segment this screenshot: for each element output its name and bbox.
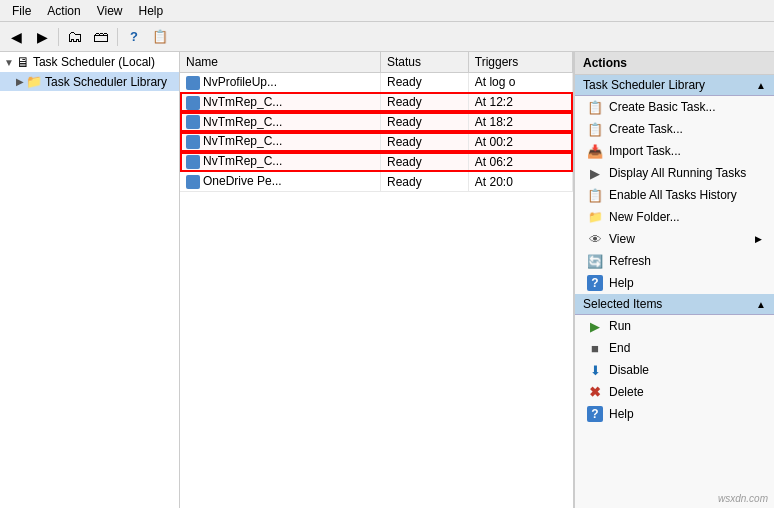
action-section-title-0[interactable]: Task Scheduler Library▲ — [575, 75, 774, 96]
tree-library-label: Task Scheduler Library — [45, 75, 167, 89]
task-name-cell: NvTmRep_C... — [180, 112, 380, 132]
forward-button[interactable]: ▶ — [30, 26, 54, 48]
submenu-arrow-6-0: ▶ — [755, 234, 762, 244]
section-arrow-1: ▲ — [756, 299, 766, 310]
table-row[interactable]: NvTmRep_C...ReadyAt 18:2 — [180, 112, 573, 132]
delete-icon: ✖ — [587, 384, 603, 400]
library-icon: 📁 — [26, 74, 42, 89]
properties-button[interactable]: 🗃 — [89, 26, 113, 48]
action-item-import-task-icon[interactable]: 📥Import Task... — [575, 140, 774, 162]
action-item-new-folder-icon[interactable]: 📁New Folder... — [575, 206, 774, 228]
menu-bar: File Action View Help — [0, 0, 774, 22]
action-label-5-0: New Folder... — [609, 210, 680, 224]
tree-root[interactable]: ▼ 🖥 Task Scheduler (Local) — [0, 52, 179, 72]
task-triggers-cell: At 18:2 — [468, 112, 572, 132]
back-button[interactable]: ◀ — [4, 26, 28, 48]
action-section-title-1[interactable]: Selected Items▲ — [575, 294, 774, 315]
action-item-view-icon[interactable]: 👁View▶ — [575, 228, 774, 250]
tree-library[interactable]: ▶ 📁 Task Scheduler Library — [0, 72, 179, 91]
action-item-help-icon[interactable]: ?Help — [575, 272, 774, 294]
action-label-1-1: End — [609, 341, 630, 355]
disable-icon: ⬇ — [587, 362, 603, 378]
refresh-icon: 🔄 — [587, 253, 603, 269]
action-label-0-1: Run — [609, 319, 631, 333]
action-label-6-0: View — [609, 232, 635, 246]
col-header-status: Status — [380, 52, 468, 73]
task-triggers-cell: At 00:2 — [468, 132, 572, 152]
action-item-enable-history-icon[interactable]: 📋Enable All Tasks History — [575, 184, 774, 206]
table-row[interactable]: OneDrive Pe...ReadyAt 20:0 — [180, 172, 573, 192]
watermark: wsxdn.com — [718, 493, 768, 504]
action-item-create-task-icon[interactable]: 📋Create Task... — [575, 118, 774, 140]
task-icon — [186, 155, 200, 169]
view-icon: 👁 — [587, 231, 603, 247]
task-name-cell: OneDrive Pe... — [180, 172, 380, 192]
task-icon — [186, 96, 200, 110]
task-status-cell: Ready — [380, 73, 468, 93]
col-header-name: Name — [180, 52, 380, 73]
menu-view[interactable]: View — [89, 2, 131, 20]
right-panel: Actions Task Scheduler Library▲📋Create B… — [574, 52, 774, 508]
action-label-7-0: Refresh — [609, 254, 651, 268]
action-label-2-1: Disable — [609, 363, 649, 377]
action-item-refresh-icon[interactable]: 🔄Refresh — [575, 250, 774, 272]
tree-root-label: Task Scheduler (Local) — [33, 55, 155, 69]
new-folder-icon: 📁 — [587, 209, 603, 225]
action-item-help2-icon[interactable]: ?Help — [575, 403, 774, 425]
help-icon: ? — [587, 275, 603, 291]
task-icon — [186, 76, 200, 90]
table-row[interactable]: NvProfileUp...ReadyAt log o — [180, 73, 573, 93]
table-row[interactable]: NvTmRep_C...ReadyAt 00:2 — [180, 132, 573, 152]
toolbar-separator-2 — [117, 28, 118, 46]
import-task-icon: 📥 — [587, 143, 603, 159]
table-row[interactable]: NvTmRep_C...ReadyAt 06:2 — [180, 152, 573, 172]
task-name-cell: NvTmRep_C... — [180, 152, 380, 172]
action-item-disable-icon[interactable]: ⬇Disable — [575, 359, 774, 381]
menu-help[interactable]: Help — [131, 2, 172, 20]
action-label-4-0: Enable All Tasks History — [609, 188, 737, 202]
help-toolbar-button[interactable]: ? — [122, 26, 146, 48]
task-triggers-cell: At 20:0 — [468, 172, 572, 192]
root-icon: 🖥 — [16, 54, 30, 70]
section-label-1: Selected Items — [583, 297, 662, 311]
actions-header: Actions — [575, 52, 774, 75]
action-label-2-0: Import Task... — [609, 144, 681, 158]
create-basic-icon: 📋 — [587, 99, 603, 115]
action-item-end-icon[interactable]: ■End — [575, 337, 774, 359]
table-row[interactable]: NvTmRep_C...ReadyAt 12:2 — [180, 92, 573, 112]
action-label-8-0: Help — [609, 276, 634, 290]
action-item-run-icon[interactable]: ▶Run — [575, 315, 774, 337]
toolbar: ◀ ▶ 🗂 🗃 ? 📋 — [0, 22, 774, 52]
menu-action[interactable]: Action — [39, 2, 88, 20]
task-triggers-cell: At log o — [468, 73, 572, 93]
toolbar-separator-1 — [58, 28, 59, 46]
task-name-cell: NvTmRep_C... — [180, 92, 380, 112]
main-layout: ▼ 🖥 Task Scheduler (Local) ▶ 📁 Task Sche… — [0, 52, 774, 508]
task-triggers-cell: At 06:2 — [468, 152, 572, 172]
enable-history-icon: 📋 — [587, 187, 603, 203]
action-item-delete-icon[interactable]: ✖Delete — [575, 381, 774, 403]
task-status-cell: Ready — [380, 92, 468, 112]
task-icon — [186, 135, 200, 149]
task-table: Name Status Triggers NvProfileUp...Ready… — [180, 52, 573, 192]
action-label-0-0: Create Basic Task... — [609, 100, 716, 114]
section-arrow-0: ▲ — [756, 80, 766, 91]
export-toolbar-button[interactable]: 📋 — [148, 26, 172, 48]
task-status-cell: Ready — [380, 132, 468, 152]
action-item-display-running-icon[interactable]: ▶Display All Running Tasks — [575, 162, 774, 184]
task-status-cell: Ready — [380, 172, 468, 192]
task-icon — [186, 115, 200, 129]
task-status-cell: Ready — [380, 112, 468, 132]
action-label-3-0: Display All Running Tasks — [609, 166, 746, 180]
table-header-row: Name Status Triggers — [180, 52, 573, 73]
folder-button[interactable]: 🗂 — [63, 26, 87, 48]
run-icon: ▶ — [587, 318, 603, 334]
action-label-1-0: Create Task... — [609, 122, 683, 136]
task-status-cell: Ready — [380, 152, 468, 172]
task-triggers-cell: At 12:2 — [468, 92, 572, 112]
action-label-3-1: Delete — [609, 385, 644, 399]
left-panel: ▼ 🖥 Task Scheduler (Local) ▶ 📁 Task Sche… — [0, 52, 180, 508]
menu-file[interactable]: File — [4, 2, 39, 20]
col-header-triggers: Triggers — [468, 52, 572, 73]
action-item-create-basic-icon[interactable]: 📋Create Basic Task... — [575, 96, 774, 118]
